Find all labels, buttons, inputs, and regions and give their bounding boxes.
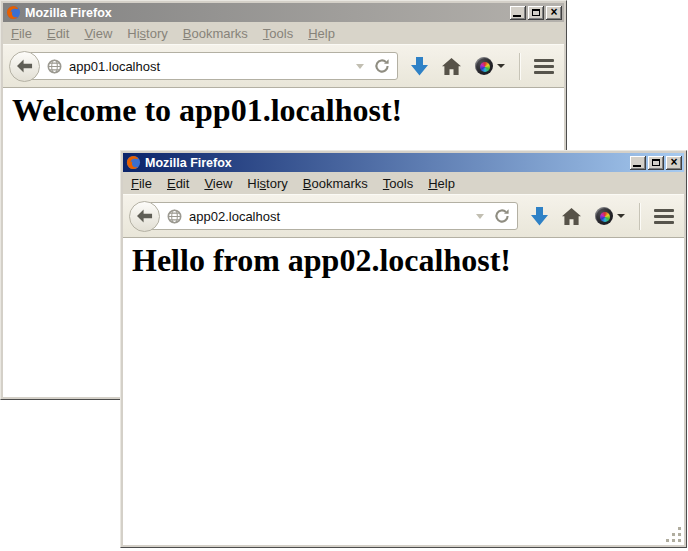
- back-arrow-icon: [137, 209, 153, 223]
- maximize-button[interactable]: [648, 156, 664, 170]
- maximize-button[interactable]: [528, 6, 544, 20]
- page-heading: Welcome to app01.localhost!: [12, 92, 564, 129]
- reload-icon[interactable]: [494, 208, 510, 224]
- url-input[interactable]: [69, 59, 356, 74]
- menu-item-tools[interactable]: Tools: [263, 26, 293, 41]
- menu-item-edit[interactable]: Edit: [167, 176, 189, 191]
- site-identity-globe-icon[interactable]: [167, 209, 182, 224]
- addon-colorwheel-button[interactable]: [475, 57, 505, 75]
- menu-bar: FileEditViewHistoryBookmarksToolsHelp: [123, 172, 684, 194]
- reload-icon[interactable]: [374, 58, 390, 74]
- home-button[interactable]: [442, 58, 461, 75]
- resize-grip[interactable]: [666, 527, 682, 543]
- menu-item-bookmarks[interactable]: Bookmarks: [303, 176, 368, 191]
- window-title: Mozilla Firefox: [25, 6, 508, 20]
- menu-item-history[interactable]: History: [247, 176, 287, 191]
- back-button[interactable]: [9, 51, 40, 82]
- url-bar[interactable]: [25, 52, 398, 80]
- firefox-logo-icon: [126, 155, 141, 170]
- site-identity-globe-icon[interactable]: [47, 59, 62, 74]
- menu-item-help[interactable]: Help: [308, 26, 335, 41]
- hamburger-icon: [534, 59, 554, 62]
- menu-item-tools[interactable]: Tools: [383, 176, 413, 191]
- close-button[interactable]: ×: [666, 156, 682, 170]
- menu-item-help[interactable]: Help: [428, 176, 455, 191]
- toolbar-separator: [519, 53, 520, 80]
- back-arrow-icon: [17, 59, 33, 73]
- download-button[interactable]: [411, 57, 428, 76]
- chevron-down-icon: [617, 214, 625, 218]
- minimize-button[interactable]: [630, 156, 646, 170]
- close-icon: ×: [670, 157, 677, 168]
- toolbar-buttons: [411, 53, 554, 80]
- chevron-down-icon: [497, 64, 505, 68]
- hamburger-icon: [654, 209, 674, 212]
- menu-item-view[interactable]: View: [204, 176, 232, 191]
- home-button[interactable]: [562, 208, 581, 225]
- titlebar[interactable]: Mozilla Firefox ×: [3, 3, 564, 22]
- toolbar-buttons: [531, 203, 674, 230]
- url-input[interactable]: [189, 209, 476, 224]
- toolbar-separator: [639, 203, 640, 230]
- close-button[interactable]: ×: [546, 6, 562, 20]
- url-bar[interactable]: [145, 202, 518, 230]
- menu-item-view[interactable]: View: [84, 26, 112, 41]
- window-title: Mozilla Firefox: [145, 156, 628, 170]
- titlebar[interactable]: Mozilla Firefox ×: [123, 153, 684, 172]
- firefox-window-app02: Mozilla Firefox × FileEditViewHistoryBoo…: [120, 150, 687, 548]
- download-button[interactable]: [531, 207, 548, 226]
- menu-item-bookmarks[interactable]: Bookmarks: [183, 26, 248, 41]
- close-icon: ×: [550, 7, 557, 18]
- firefox-logo-icon: [6, 5, 21, 20]
- navigation-toolbar: [3, 44, 564, 88]
- menu-hamburger-button[interactable]: [654, 209, 674, 224]
- maximize-icon: [532, 9, 540, 16]
- menu-item-edit[interactable]: Edit: [47, 26, 69, 41]
- urlbar-dropdown-icon[interactable]: [356, 64, 364, 69]
- menu-item-file[interactable]: File: [11, 26, 32, 41]
- back-button[interactable]: [129, 201, 160, 232]
- minimize-icon: [633, 165, 641, 167]
- desktop: Mozilla Firefox × FileEditViewHistoryBoo…: [0, 0, 688, 551]
- menu-hamburger-button[interactable]: [534, 59, 554, 74]
- minimize-icon: [513, 15, 521, 17]
- colorwheel-icon: [595, 207, 613, 225]
- menu-item-file[interactable]: File: [131, 176, 152, 191]
- minimize-button[interactable]: [510, 6, 526, 20]
- addon-colorwheel-button[interactable]: [595, 207, 625, 225]
- maximize-icon: [652, 159, 660, 166]
- menu-bar: FileEditViewHistoryBookmarksToolsHelp: [3, 22, 564, 44]
- urlbar-dropdown-icon[interactable]: [476, 214, 484, 219]
- colorwheel-icon: [475, 57, 493, 75]
- page-content: Hello from app02.localhost!: [123, 238, 684, 545]
- page-heading: Hello from app02.localhost!: [132, 242, 684, 279]
- navigation-toolbar: [123, 194, 684, 238]
- menu-item-history[interactable]: History: [127, 26, 167, 41]
